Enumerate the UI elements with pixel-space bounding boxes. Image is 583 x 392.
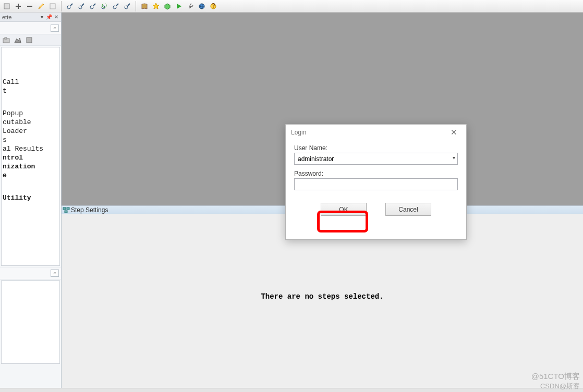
cube-icon[interactable] [162, 1, 173, 11]
minus-icon[interactable] [25, 1, 35, 11]
step-settings-title: Step Settings [71, 206, 108, 214]
dropdown-icon[interactable]: ▾ [38, 14, 45, 20]
svg-rect-4 [50, 4, 55, 9]
plus-icon[interactable] [13, 1, 23, 11]
tree-item[interactable]: cutable [2, 118, 58, 127]
svg-rect-20 [5, 38, 7, 39]
pin-icon[interactable]: 📌 [45, 14, 53, 20]
svg-point-12 [113, 6, 116, 9]
bottom-tab-strip[interactable] [0, 388, 583, 392]
svg-text:?: ? [212, 3, 215, 9]
camera-icon[interactable] [2, 36, 10, 44]
palette-header: ette ▾ 📌 ✕ [0, 13, 61, 22]
close-icon[interactable]: ✕ [53, 14, 60, 20]
microscope-icon[interactable] [88, 1, 98, 11]
svg-point-9 [90, 6, 93, 9]
tree-item[interactable]: ntrol [2, 153, 58, 162]
login-dialog: Login ✕ User Name: administrator ▾ Passw… [285, 124, 467, 240]
step-empty-message: There are no steps selected. [62, 292, 583, 301]
toolbar-separator [136, 1, 136, 11]
palette-title: ette [1, 14, 38, 20]
palette-mini-toolbar [0, 34, 61, 46]
collapse-up-icon[interactable]: « [51, 24, 59, 32]
svg-line-15 [128, 4, 130, 6]
svg-point-14 [125, 6, 128, 9]
play-icon[interactable] [174, 1, 184, 11]
microscope-loop-icon[interactable] [99, 1, 110, 11]
wrench-icon[interactable] [185, 1, 196, 11]
toolbar-separator [61, 1, 62, 11]
microscope-icon[interactable] [111, 1, 121, 11]
edit-icon[interactable] [36, 1, 46, 11]
book-icon[interactable] [139, 1, 150, 11]
dialog-title: Login [291, 129, 306, 136]
username-combo[interactable]: administrator ▾ [294, 153, 458, 165]
password-label: Password: [294, 170, 458, 177]
palette-search-row: « [0, 22, 61, 34]
palette-panel: ette ▾ 📌 ✕ « Call t Popup cutable Loader… [0, 13, 62, 388]
tree-item[interactable]: Loader [2, 127, 58, 136]
tree-item[interactable]: s [2, 136, 58, 144]
tree-item[interactable]: al Results [2, 144, 58, 153]
svg-line-8 [82, 4, 84, 6]
main-toolbar: ? [0, 0, 583, 13]
svg-line-10 [93, 4, 95, 6]
svg-rect-21 [27, 38, 32, 43]
ok-button[interactable]: OK [321, 203, 367, 216]
svg-point-5 [67, 6, 70, 9]
svg-line-13 [116, 4, 118, 6]
close-icon[interactable]: ✕ [446, 127, 461, 138]
svg-rect-23 [67, 207, 69, 210]
tree-item[interactable]: nization [2, 162, 58, 171]
palette-empty-panel [1, 280, 60, 364]
svg-rect-24 [65, 211, 67, 213]
microscope-icon[interactable] [76, 1, 87, 11]
tree-item[interactable]: Utility [2, 193, 58, 202]
tree-item[interactable]: e [2, 171, 58, 180]
collapse-up-icon[interactable]: « [51, 270, 59, 277]
svg-line-6 [70, 4, 72, 6]
tool-generic-icon[interactable] [2, 1, 12, 11]
tree-item[interactable]: Popup [2, 109, 58, 118]
username-value: administrator [298, 155, 334, 163]
microscope-icon[interactable] [122, 1, 132, 11]
dialog-titlebar[interactable]: Login ✕ [286, 125, 466, 140]
password-field[interactable] [294, 178, 458, 190]
star-icon[interactable] [151, 1, 161, 11]
watermark: @51CTO博客 [531, 372, 580, 382]
panel-icon [63, 207, 70, 213]
microscope-icon[interactable] [65, 1, 75, 11]
watermark: CSDN@斯客 [540, 382, 580, 391]
palette-tree[interactable]: Call t Popup cutable Loader s al Results… [1, 47, 60, 266]
tree-item[interactable]: t [2, 87, 58, 95]
svg-rect-22 [63, 207, 66, 210]
mountain-icon[interactable] [14, 36, 22, 44]
chevron-down-icon[interactable]: ▾ [453, 155, 455, 161]
svg-point-7 [79, 6, 82, 9]
globe-icon[interactable] [197, 1, 207, 11]
cancel-button[interactable]: Cancel [385, 203, 431, 216]
help-icon[interactable]: ? [208, 1, 218, 11]
tree-item[interactable]: Call [2, 78, 58, 87]
tool-generic-icon[interactable] [47, 1, 58, 11]
stop-icon[interactable] [25, 36, 33, 44]
palette-search-row-bottom: « [0, 267, 61, 279]
username-label: User Name: [294, 144, 458, 152]
svg-rect-0 [4, 4, 9, 9]
